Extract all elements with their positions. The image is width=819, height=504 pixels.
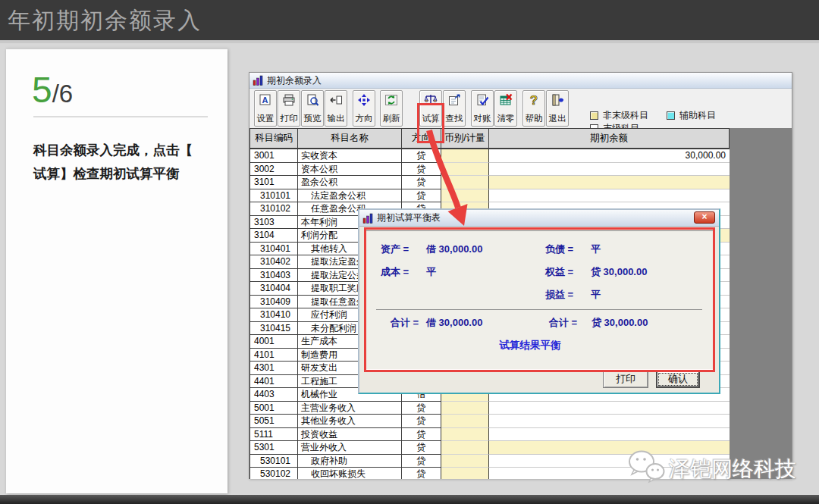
cell-opening-balance[interactable]: 30,000.00 [489, 149, 730, 163]
cell-account-code: 310101 [250, 189, 298, 203]
toolbar-button-settings-a[interactable]: A设置 [254, 90, 277, 127]
cell-direction: 贷 [402, 163, 441, 177]
cell-currency[interactable] [441, 402, 489, 415]
toolbar-button-preview[interactable]: 预览 [301, 90, 324, 127]
cell-opening-balance[interactable] [489, 415, 730, 428]
toolbar-button-label: 查找 [446, 113, 463, 124]
toolbar-button-label: 输出 [328, 113, 345, 124]
step-indicator: 5/6 [32, 69, 73, 111]
toolbar-button-label: 打印 [281, 113, 298, 124]
column-header-3: 方向 [402, 129, 441, 149]
cell-direction: 贷 [402, 468, 441, 479]
toolbar-button-export[interactable]: 输出 [325, 90, 347, 127]
reconcile-icon [475, 93, 489, 107]
cell-account-name: 政府补助 [298, 455, 402, 468]
dialog-titlebar[interactable]: 期初试算平衡表 × [359, 210, 719, 227]
cell-account-code: 310102 [250, 202, 298, 216]
cell-account-code: 530102 [250, 468, 298, 479]
toolbar-button-refresh[interactable]: 刷新 [380, 90, 403, 127]
trial-balance-dialog: 期初试算平衡表 × 合计 = 借 30,000.00 合计 = 贷 30,000… [358, 208, 720, 394]
cell-direction: 贷 [402, 176, 441, 189]
cell-account-code: 5301 [250, 441, 298, 455]
cell-opening-balance[interactable] [489, 428, 730, 442]
cell-opening-balance[interactable] [489, 441, 730, 455]
toolbar: 非末级科目末级科目辅助科目 A设置打印预览输出方向刷新试算查找对账清零?帮助退出 [249, 89, 792, 128]
find-icon [447, 93, 461, 107]
cell-direction: 贷 [402, 455, 441, 468]
close-icon[interactable]: × [694, 211, 715, 224]
toolbar-button-printer[interactable]: 打印 [278, 90, 300, 127]
cell-opening-balance[interactable] [489, 189, 730, 203]
toolbar-button-label: 刷新 [383, 113, 400, 124]
cell-currency[interactable] [441, 149, 489, 163]
equity-label: 权益 = [545, 265, 573, 279]
cell-account-name: 营业外收入 [298, 441, 402, 455]
toolbar-button-help[interactable]: ?帮助 [522, 90, 545, 127]
toolbar-button-label: 帮助 [526, 113, 543, 124]
cell-account-code: 4001 [250, 335, 298, 349]
svg-text:?: ? [530, 93, 538, 107]
toolbar-button-label: 设置 [257, 113, 275, 124]
instruction-line-2: 试算】检查期初试算平衡 [33, 162, 223, 186]
printer-icon [282, 93, 296, 107]
cell-account-code: 310410 [250, 308, 298, 322]
cell-account-code: 4401 [250, 375, 298, 389]
confirm-button[interactable]: 确认 [656, 371, 700, 388]
toolbar-button-reconcile[interactable]: 对账 [471, 90, 494, 127]
cell-direction: 贷 [402, 189, 441, 203]
cell-opening-balance[interactable] [489, 176, 730, 189]
cell-opening-balance[interactable] [489, 468, 730, 479]
trial-balance-icon [424, 93, 438, 107]
cell-opening-balance[interactable] [489, 455, 730, 468]
cell-direction: 贷 [402, 415, 441, 428]
grid-filler [729, 128, 792, 479]
column-header-2: 科目名称 [298, 129, 402, 149]
total-debit-label: 合计 = [391, 316, 419, 330]
toolbar-button-clear[interactable]: 清零 [494, 90, 517, 127]
help-icon: ? [527, 93, 541, 107]
legend-auxiliary-account: 辅助科目 [667, 109, 716, 122]
cell-currency[interactable] [441, 441, 489, 455]
toolbar-button-label: 对账 [474, 113, 491, 124]
step-current: 5 [32, 70, 52, 110]
cell-account-code: 3002 [250, 163, 298, 177]
cell-account-code: 4301 [250, 362, 298, 375]
instruction-panel: 5/6 科目余额录入完成，点击【 试算】检查期初试算平衡 [6, 49, 228, 493]
cell-opening-balance[interactable] [489, 163, 730, 177]
cell-currency[interactable] [441, 163, 489, 177]
liabilities-value: 平 [591, 243, 601, 256]
cell-direction: 贷 [402, 441, 441, 455]
cell-currency[interactable] [441, 415, 489, 428]
costs-value: 平 [426, 265, 436, 279]
print-button[interactable]: 打印 [603, 371, 648, 388]
toolbar-button-direction[interactable]: 方向 [353, 90, 375, 127]
instruction-text: 科目余额录入完成，点击【 试算】检查期初试算平衡 [33, 139, 223, 186]
cell-account-name: 主营业务收入 [298, 402, 402, 415]
toolbar-button-label: 方向 [356, 113, 373, 124]
cell-currency[interactable] [441, 428, 489, 442]
column-header-4: 币别/计量 [441, 129, 489, 149]
dialog-title: 期初试算平衡表 [377, 211, 441, 224]
cell-currency[interactable] [441, 468, 489, 479]
cell-account-name: 投资收益 [298, 428, 402, 442]
window-titlebar[interactable]: 期初余额录入 [249, 73, 792, 89]
cell-account-code: 5111 [250, 428, 298, 442]
header-divider [0, 40, 819, 43]
toolbar-button-exit[interactable]: 退出 [546, 90, 569, 127]
cell-currency[interactable] [441, 189, 489, 203]
step-total: /6 [52, 80, 74, 108]
toolbar-button-find[interactable]: 查找 [443, 90, 466, 127]
checkbox-icon[interactable] [590, 111, 598, 120]
toolbar-button-trial-balance[interactable]: 试算 [419, 90, 442, 127]
toolbar-button-label: 预览 [304, 113, 322, 124]
cell-direction: 贷 [402, 428, 441, 442]
profit-loss-label: 损益 = [545, 288, 573, 302]
cell-opening-balance[interactable] [489, 402, 730, 415]
cell-currency[interactable] [441, 176, 489, 189]
cell-account-code: 3104 [250, 229, 298, 243]
table-row-5111: 5111投资收益贷 [249, 428, 730, 442]
cell-currency[interactable] [441, 455, 489, 468]
refresh-icon [384, 93, 398, 107]
cell-account-name: 资本公积 [298, 163, 402, 177]
checkbox-icon[interactable] [667, 111, 675, 120]
